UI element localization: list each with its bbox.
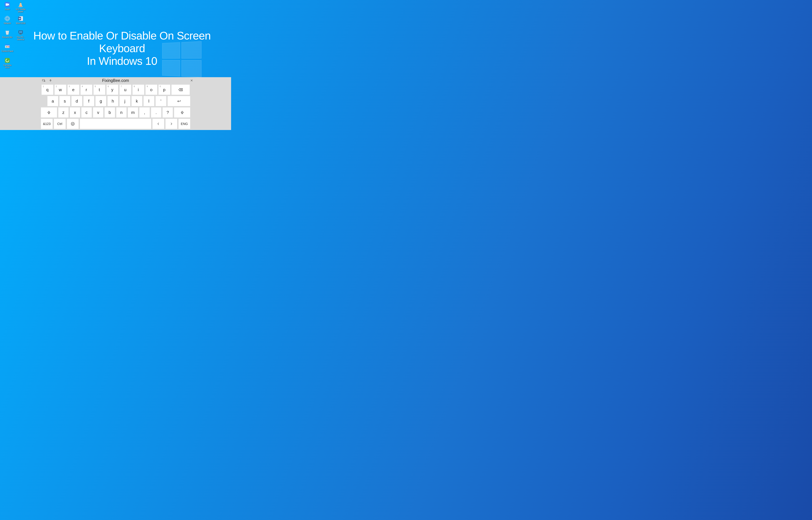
desktop-icon-camtasia[interactable]: Camtasia 2019	[1, 57, 13, 70]
svg-rect-18	[19, 5, 22, 5]
keyboard-keys: 1q2w3e4r5t6y7u8i9o0p asdfghjkl' zxcvbnm,…	[0, 84, 231, 130]
key-k[interactable]: k	[132, 96, 142, 106]
key-period[interactable]: .	[151, 107, 161, 118]
svg-rect-26	[19, 34, 22, 34]
key-question[interactable]: ?	[163, 107, 173, 118]
key-z[interactable]: z	[58, 107, 68, 118]
desktop-icon-label: Zoom	[5, 8, 10, 10]
key-b[interactable]: b	[105, 107, 115, 118]
key-emoji[interactable]	[67, 119, 79, 129]
touch-keyboard: FixingBee.com 1q2w3e4r5t6y7u8i9o0p asdfg…	[0, 77, 231, 130]
key-q[interactable]: 1q	[41, 85, 53, 95]
key-d[interactable]: d	[72, 96, 82, 106]
key-x[interactable]: x	[70, 107, 80, 118]
network-icon	[4, 15, 10, 22]
desktop-icon-label: Camtasia 2019	[1, 64, 13, 69]
key-r[interactable]: 4r	[81, 85, 92, 95]
camtasia-icon	[4, 57, 10, 64]
key-comma[interactable]: ,	[139, 107, 149, 118]
key-shift-left[interactable]	[41, 107, 57, 118]
key-v[interactable]: v	[93, 107, 103, 118]
key-backspace[interactable]	[171, 85, 190, 95]
svg-rect-25	[20, 34, 22, 34]
desktop-icon-zoom[interactable]: Zoom	[1, 1, 13, 14]
close-icon[interactable]	[190, 79, 193, 82]
key-g[interactable]: g	[95, 96, 106, 106]
desktop-icons: ZoomNetworkRecycle BinControl PanelCamta…	[1, 1, 27, 70]
key-u[interactable]: 7u	[119, 85, 131, 95]
desktop-icon-recycle-bin[interactable]: Recycle Bin	[1, 29, 13, 42]
key-t[interactable]: 5t	[93, 85, 105, 95]
key-w[interactable]: 2w	[55, 85, 66, 95]
key-f[interactable]: f	[83, 96, 94, 106]
svg-point-43	[71, 122, 74, 126]
vlc-icon	[18, 1, 24, 8]
keyboard-settings-icon[interactable]	[42, 79, 46, 82]
desktop-icon-label: VLC media player	[15, 8, 27, 13]
svg-point-28	[44, 81, 45, 82]
svg-text:W: W	[19, 17, 21, 20]
svg-point-14	[8, 46, 9, 47]
svg-rect-37	[50, 79, 51, 81]
svg-rect-1	[6, 3, 8, 6]
desktop-icon-network[interactable]: Network	[1, 15, 13, 28]
key-numsym[interactable]: &123	[41, 119, 53, 129]
svg-rect-11	[5, 45, 9, 46]
svg-rect-17	[20, 4, 22, 4]
desktop-icon-label: Word 2016	[16, 22, 25, 24]
control-panel-icon	[4, 43, 10, 50]
headline: How to Enable Or Disable On Screen Keybo…	[29, 29, 215, 68]
key-apostrophe[interactable]: '	[156, 96, 166, 106]
key-y[interactable]: 6y	[107, 85, 118, 95]
desktop-icon-label: Network	[4, 22, 11, 24]
key-ctrl[interactable]: Ctrl	[54, 119, 65, 129]
key-l[interactable]: l	[144, 96, 154, 106]
svg-point-13	[7, 46, 8, 47]
this-pc-icon	[18, 29, 24, 36]
key-j[interactable]: j	[119, 96, 130, 106]
key-a[interactable]: a	[48, 96, 58, 106]
key-e[interactable]: 3e	[67, 85, 79, 95]
desktop-icon-vlc[interactable]: VLC media player	[14, 1, 27, 14]
key-n[interactable]: n	[116, 107, 127, 118]
key-p[interactable]: 0p	[159, 85, 170, 95]
desktop-icon-label: Control Panel	[1, 50, 13, 52]
desktop-icon-control-panel[interactable]: Control Panel	[1, 43, 13, 56]
key-arrow-left[interactable]	[152, 119, 164, 129]
key-o[interactable]: 9o	[145, 85, 157, 95]
desktop-icon-label: Recycle Bin	[2, 36, 12, 38]
svg-point-45	[73, 123, 74, 124]
key-arrow-right[interactable]	[166, 119, 177, 129]
svg-point-44	[72, 123, 73, 124]
svg-point-12	[6, 46, 7, 47]
desktop-icon-label: This PC - Shortcut	[15, 36, 27, 41]
key-i[interactable]: 8i	[133, 85, 144, 95]
key-space[interactable]	[80, 119, 151, 129]
keyboard-header: FixingBee.com	[0, 77, 231, 84]
key-enter[interactable]	[168, 96, 190, 106]
key-shift-right[interactable]	[174, 107, 190, 118]
headline-line2: In Windows 10	[87, 55, 157, 67]
key-c[interactable]: c	[81, 107, 92, 118]
microphone-icon[interactable]	[49, 79, 52, 82]
svg-rect-24	[19, 31, 22, 33]
key-language[interactable]: ENG	[178, 119, 190, 129]
key-h[interactable]: h	[108, 96, 118, 106]
zoom-icon	[4, 1, 10, 8]
headline-line1: How to Enable Or Disable On Screen Keybo…	[33, 29, 211, 54]
word-icon: W	[18, 15, 24, 22]
desktop-icon-word[interactable]: WWord 2016	[14, 15, 27, 28]
keyboard-brand: FixingBee.com	[1, 78, 230, 83]
svg-rect-27	[43, 79, 45, 81]
recycle-bin-icon	[4, 29, 10, 36]
svg-point-19	[18, 6, 23, 7]
desktop-icon-this-pc[interactable]: This PC - Shortcut	[14, 29, 27, 42]
key-m[interactable]: m	[128, 107, 138, 118]
svg-rect-6	[5, 31, 9, 31]
key-s[interactable]: s	[59, 96, 70, 106]
